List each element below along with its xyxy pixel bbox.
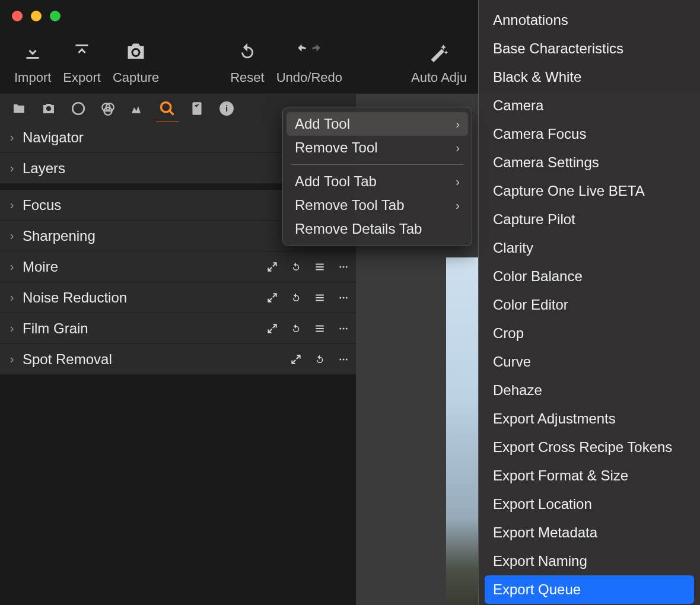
more-icon[interactable] — [337, 322, 350, 335]
tab-metadata-icon[interactable]: i — [217, 99, 236, 118]
submenu-item-camera-settings[interactable]: Camera Settings — [479, 148, 700, 177]
panel-title: Noise Reduction — [23, 289, 266, 306]
export-label: Export — [63, 70, 101, 85]
menu-item-remove-tool[interactable]: Remove Tool› — [283, 136, 472, 160]
svg-point-15 — [343, 327, 345, 329]
panel-noise-reduction[interactable]: ›Noise Reduction — [0, 282, 356, 313]
chevron-right-icon: › — [456, 141, 460, 155]
submenu-item-export-format-size[interactable]: Export Format & Size — [479, 461, 700, 490]
window-traffic-lights — [12, 11, 61, 21]
expand-icon[interactable] — [289, 353, 303, 366]
undo-redo-button[interactable]: Undo/Redo — [271, 34, 348, 89]
chevron-right-icon[interactable]: › — [5, 130, 19, 144]
menu-item-remove-details-tab[interactable]: Remove Details Tab — [283, 217, 472, 241]
tab-adjustments-icon[interactable] — [187, 99, 206, 118]
svg-point-19 — [346, 358, 348, 360]
submenu-item-export-queue[interactable]: Export Queue — [485, 575, 694, 604]
capture-label: Capture — [113, 70, 159, 85]
import-button[interactable]: Import — [8, 34, 57, 89]
submenu-item-black-white[interactable]: Black & White — [479, 63, 700, 91]
submenu-item-camera-focus[interactable]: Camera Focus — [479, 120, 700, 148]
tab-library-icon[interactable] — [9, 99, 28, 118]
close-window-button[interactable] — [12, 11, 23, 21]
minimize-window-button[interactable] — [31, 11, 42, 21]
chevron-right-icon[interactable]: › — [5, 198, 19, 212]
export-button[interactable]: Export — [57, 34, 107, 89]
menu-item-add-tool[interactable]: Add Tool› — [287, 112, 468, 136]
more-icon[interactable] — [337, 291, 350, 304]
submenu-item-capture-pilot[interactable]: Capture Pilot — [479, 205, 700, 234]
tab-exposure-icon[interactable] — [128, 99, 147, 118]
auto-adjust-button[interactable]: Auto Adju — [405, 34, 473, 89]
reset-button[interactable]: Reset — [224, 34, 270, 89]
expand-icon[interactable] — [266, 260, 279, 273]
magic-wand-icon — [428, 38, 450, 65]
svg-point-9 — [343, 266, 345, 268]
auto-adjust-label: Auto Adju — [411, 70, 467, 85]
svg-point-11 — [339, 297, 341, 298]
tab-details-icon[interactable] — [158, 99, 177, 118]
submenu-item-capture-one-live-beta[interactable]: Capture One Live BETA — [479, 177, 700, 205]
submenu-item-camera[interactable]: Camera — [479, 91, 700, 120]
menu-item-label: Remove Tool — [295, 139, 378, 156]
submenu-item-base-characteristics[interactable]: Base Characteristics — [479, 34, 700, 63]
svg-rect-5 — [192, 102, 201, 115]
submenu-item-export-metadata[interactable]: Export Metadata — [479, 518, 700, 547]
submenu-item-export-location[interactable]: Export Location — [479, 490, 700, 518]
reset-icon[interactable] — [289, 260, 303, 273]
panel-film-grain[interactable]: ›Film Grain — [0, 313, 356, 344]
submenu-item-clarity[interactable]: Clarity — [479, 234, 700, 262]
reset-label: Reset — [230, 70, 264, 85]
capture-button[interactable]: Capture — [107, 34, 165, 89]
maximize-window-button[interactable] — [50, 11, 61, 21]
expand-icon[interactable] — [266, 291, 279, 304]
panel-actions — [266, 260, 350, 273]
more-icon[interactable] — [337, 260, 350, 273]
panel-moire[interactable]: ›Moire — [0, 251, 356, 282]
import-label: Import — [14, 70, 51, 85]
download-icon — [22, 38, 43, 65]
panel-actions — [266, 322, 350, 335]
panel-spot-removal[interactable]: ›Spot Removal — [0, 344, 356, 375]
reset-icon[interactable] — [313, 353, 326, 366]
undo-redo-label: Undo/Redo — [276, 70, 342, 85]
chevron-right-icon[interactable]: › — [5, 291, 19, 304]
menu-item-label: Add Tool — [295, 116, 350, 132]
panel-title: Film Grain — [23, 320, 266, 337]
submenu-item-dehaze[interactable]: Dehaze — [479, 376, 700, 405]
svg-point-10 — [346, 266, 348, 268]
chevron-right-icon: › — [456, 199, 460, 212]
svg-point-8 — [339, 266, 341, 268]
reset-icon[interactable] — [289, 322, 303, 335]
submenu-item-export-cross-recipe-tokens[interactable]: Export Cross Recipe Tokens — [479, 433, 700, 461]
undo-redo-icon — [291, 38, 327, 65]
tab-lens-icon[interactable] — [69, 99, 88, 118]
chevron-right-icon[interactable]: › — [5, 229, 19, 243]
menu-item-add-tool-tab[interactable]: Add Tool Tab› — [283, 170, 472, 193]
chevron-right-icon[interactable]: › — [5, 352, 19, 366]
presets-icon[interactable] — [313, 322, 326, 335]
submenu-item-export-adjustments[interactable]: Export Adjustments — [479, 405, 700, 433]
chevron-right-icon[interactable]: › — [5, 321, 19, 335]
submenu-item-export-naming[interactable]: Export Naming — [479, 547, 700, 575]
svg-text:i: i — [225, 103, 228, 113]
panel-actions — [289, 353, 350, 366]
svg-point-17 — [339, 358, 341, 360]
more-icon[interactable] — [337, 353, 350, 366]
chevron-right-icon[interactable]: › — [5, 161, 19, 175]
submenu-item-curve[interactable]: Curve — [479, 348, 700, 376]
menu-item-remove-tool-tab[interactable]: Remove Tool Tab› — [283, 193, 472, 217]
tab-capture-icon[interactable] — [39, 99, 58, 118]
presets-icon[interactable] — [313, 260, 326, 273]
submenu-item-annotations[interactable]: Annotations — [479, 6, 700, 34]
reset-icon[interactable] — [289, 291, 303, 304]
svg-point-18 — [343, 358, 345, 360]
chevron-right-icon[interactable]: › — [5, 260, 19, 273]
expand-icon[interactable] — [266, 322, 279, 335]
presets-icon[interactable] — [313, 291, 326, 304]
submenu-item-crop[interactable]: Crop — [479, 319, 700, 348]
submenu-item-color-editor[interactable]: Color Editor — [479, 291, 700, 319]
tab-color-icon[interactable] — [98, 99, 117, 118]
submenu-item-color-balance[interactable]: Color Balance — [479, 262, 700, 291]
upload-icon — [71, 38, 93, 65]
